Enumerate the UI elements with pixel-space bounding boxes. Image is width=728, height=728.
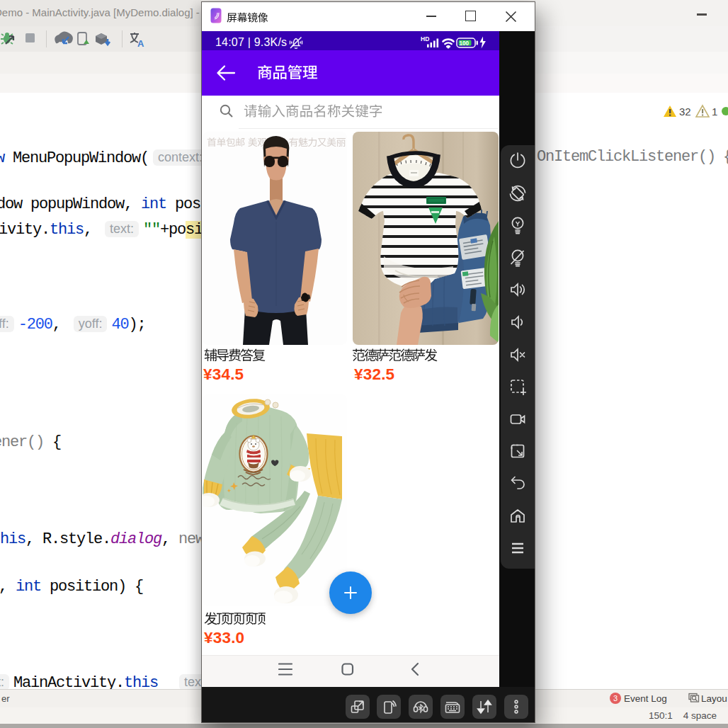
svg-text:HD: HD — [421, 35, 429, 42]
svg-text:3: 3 — [613, 694, 618, 703]
svg-text:Layou: Layou — [701, 693, 727, 704]
svg-text:A: A — [137, 38, 144, 49]
svg-text:Event Log: Event Log — [624, 693, 667, 704]
svg-text:1: 1 — [712, 106, 717, 118]
svg-text:100: 100 — [460, 40, 470, 47]
svg-text:32: 32 — [679, 106, 691, 118]
